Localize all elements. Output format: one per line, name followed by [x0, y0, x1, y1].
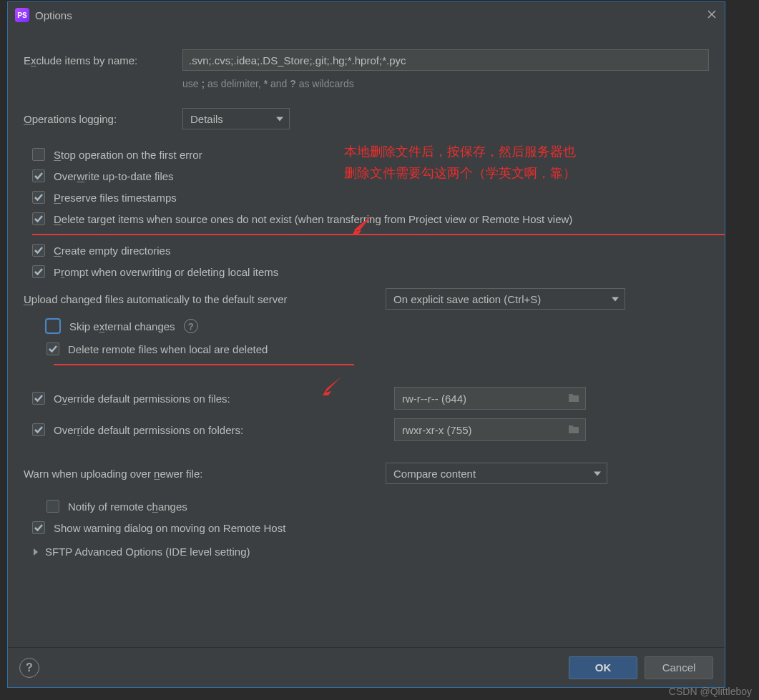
- override-files-row: Override default permissions on files: r…: [32, 387, 709, 410]
- warn-value: Compare content: [393, 468, 476, 480]
- chevron-down-icon: [612, 293, 619, 305]
- upload-select[interactable]: On explicit save action (Ctrl+S): [386, 288, 625, 310]
- checkbox-icon[interactable]: [32, 392, 45, 405]
- exclude-label: Exclude items by name:: [24, 54, 182, 66]
- phpstorm-icon: PS: [15, 8, 29, 22]
- override-folders-row: Override default permissions on folders:…: [32, 418, 709, 441]
- folder-icon[interactable]: [568, 424, 579, 436]
- override-folders-label: Override default permissions on folders:: [54, 424, 243, 436]
- checkbox-delete-target[interactable]: Delete target items when source ones do …: [32, 212, 709, 225]
- checkbox-overwrite[interactable]: Overwrite up-to-date files: [32, 169, 709, 182]
- checkbox-notify[interactable]: Notify of remote changes: [46, 500, 709, 513]
- dialog-footer: ? OK Cancel: [8, 647, 725, 687]
- checkbox-icon[interactable]: [32, 521, 45, 534]
- checkbox-show-warning[interactable]: Show warning dialog on moving on Remote …: [32, 521, 709, 534]
- upload-value: On explicit save action (Ctrl+S): [393, 293, 541, 305]
- oplog-select[interactable]: Details: [182, 108, 290, 129]
- checkbox-icon[interactable]: [46, 342, 59, 355]
- warn-row: Warn when uploading over newer file: Com…: [24, 463, 709, 484]
- perm-files-input[interactable]: rw-r--r-- (644): [394, 387, 586, 410]
- checkbox-stop[interactable]: Stop operation on the first error: [32, 148, 709, 161]
- warn-label: Warn when uploading over newer file:: [24, 468, 386, 480]
- exclude-hint: use ; as delimiter, * and ? as wildcards: [182, 78, 709, 89]
- warn-select[interactable]: Compare content: [386, 463, 607, 484]
- checkbox-icon[interactable]: [46, 500, 59, 513]
- oplog-row: Operations logging: Details: [24, 108, 709, 129]
- close-icon[interactable]: [706, 9, 718, 22]
- upload-label: Upload changed files automatically to th…: [24, 293, 386, 305]
- chevron-right-icon: [32, 546, 39, 558]
- dialog-content: Exclude items by name: use ; as delimite…: [8, 28, 725, 647]
- help-icon[interactable]: ?: [184, 319, 198, 333]
- show-warning-label: Show warning dialog on moving on Remote …: [54, 522, 285, 534]
- exclude-row: Exclude items by name:: [24, 49, 709, 71]
- upload-row: Upload changed files automatically to th…: [24, 288, 709, 310]
- cancel-button[interactable]: Cancel: [645, 656, 713, 679]
- checkbox-icon[interactable]: [32, 244, 45, 257]
- sftp-advanced-label: SFTP Advanced Options (IDE level setting…: [45, 546, 250, 558]
- delete-remote-label: Delete remote files when local are delet…: [68, 343, 268, 355]
- checkbox-icon[interactable]: [45, 318, 61, 334]
- underline-1: [32, 234, 725, 235]
- sftp-advanced-expander[interactable]: SFTP Advanced Options (IDE level setting…: [32, 546, 709, 558]
- checkbox-create-dir[interactable]: Create empty directories: [32, 244, 709, 257]
- oplog-label: Operations logging:: [24, 113, 182, 125]
- override-files-label: Override default permissions on files:: [54, 393, 230, 405]
- perm-folders-input[interactable]: rwxr-xr-x (755): [394, 418, 586, 441]
- chevron-down-icon: [594, 468, 601, 480]
- oplog-value: Details: [190, 113, 223, 125]
- help-button[interactable]: ?: [19, 658, 39, 678]
- options-dialog: PS Options Exclude items by name: use ; …: [7, 1, 725, 688]
- checkbox-icon[interactable]: [32, 169, 45, 182]
- checkbox-icon[interactable]: [32, 148, 45, 161]
- checkbox-icon[interactable]: [32, 423, 45, 436]
- underline-2: [54, 364, 354, 365]
- window-title: Options: [35, 9, 700, 21]
- exclude-input[interactable]: [182, 49, 709, 71]
- checkbox-skip-external[interactable]: Skip external changes ?: [46, 318, 709, 334]
- checkbox-icon[interactable]: [32, 265, 45, 278]
- ok-button[interactable]: OK: [569, 656, 637, 679]
- checkbox-preserve[interactable]: Preserve files timestamps: [32, 191, 709, 204]
- chevron-down-icon: [276, 113, 283, 125]
- checkbox-icon[interactable]: [32, 212, 45, 225]
- checkbox-icon[interactable]: [32, 191, 45, 204]
- checkbox-delete-remote[interactable]: Delete remote files when local are delet…: [46, 342, 709, 355]
- checkbox-prompt[interactable]: Prompt when overwriting or deleting loca…: [32, 265, 709, 278]
- titlebar: PS Options: [8, 2, 725, 28]
- folder-icon[interactable]: [568, 393, 579, 405]
